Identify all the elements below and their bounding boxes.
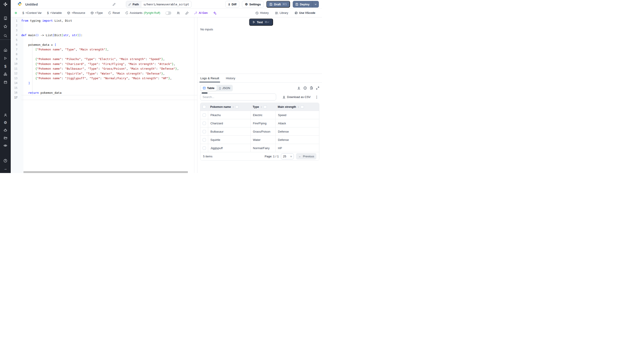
workers-robot-icon[interactable]	[3, 128, 8, 133]
table-row[interactable]: BulbasaurGrass/PoisonDefense	[200, 127, 319, 136]
ai-sparkles-icon[interactable]	[213, 11, 216, 15]
line-content[interactable]: pokemon_data = [	[21, 42, 197, 47]
line-content[interactable]: {"Pokemon name": "Pikachu", "Type": "Ele…	[21, 57, 197, 62]
line-content[interactable]: {"Pokemon name": "Bulbasaur", "Type": "G…	[21, 66, 197, 71]
help-icon[interactable]	[3, 159, 8, 163]
view-json-chip[interactable]: {} JSON	[217, 85, 232, 91]
diff-button[interactable]: ± Diff	[226, 1, 239, 7]
code-line[interactable]: 11 {"Pokemon name": "Bulbasaur", "Type":…	[11, 66, 197, 71]
code-line[interactable]: 2	[11, 23, 197, 28]
tab-logs-result[interactable]: Logs & Result	[200, 74, 219, 82]
code-line[interactable]: 6 pokemon_data = [	[11, 42, 197, 47]
code-line[interactable]: 16 return pokemon_data	[11, 90, 197, 95]
more-options-kebab-icon[interactable]: ⋮	[315, 95, 318, 99]
line-content[interactable]: {"Pokemon name": "Charizard", "Type": "F…	[21, 62, 197, 66]
tab-history[interactable]: History	[226, 74, 235, 82]
favorites-star-icon[interactable]	[3, 24, 8, 29]
split-drag-handle[interactable]	[202, 92, 208, 94]
line-content[interactable]	[21, 37, 197, 42]
multiplayer-users-icon[interactable]	[177, 11, 180, 15]
column-toggle[interactable]	[235, 105, 238, 109]
line-content[interactable]: return pokemon_data	[21, 90, 197, 95]
workspace-icon[interactable]	[3, 16, 8, 20]
code-line[interactable]: 13 {"Pokemon name": "Jigglypuff", "Type"…	[11, 76, 197, 81]
download-csv-button[interactable]: Download as CSV	[282, 95, 311, 99]
code-line[interactable]: 12 {"Pokemon name": "Squirtle", "Type": …	[11, 71, 197, 76]
line-content[interactable]: ]	[21, 81, 197, 86]
row-checkbox[interactable]	[202, 113, 206, 117]
draft-button[interactable]: Draft ⌘S	[266, 1, 290, 7]
line-content[interactable]: {"Pokemon name": "Squirtle", "Type": "Wa…	[21, 71, 197, 76]
library-button[interactable]: Library	[275, 11, 288, 15]
deploy-dropdown-caret[interactable]	[312, 1, 319, 7]
runs-play-icon[interactable]	[3, 56, 8, 60]
path-value[interactable]: u/henri/maneuverable_script	[141, 3, 191, 6]
multiplayer-toggle[interactable]	[166, 11, 171, 15]
settings-button[interactable]: ⚙ Settings	[242, 1, 264, 7]
code-line[interactable]: 14 ]	[11, 81, 197, 86]
line-content[interactable]	[21, 52, 197, 57]
table-row[interactable]: SquirtleWaterDefense	[200, 136, 319, 144]
resources-cubes-icon[interactable]	[3, 72, 8, 77]
collapse-arrow-icon[interactable]: →	[3, 167, 8, 171]
deploy-button[interactable]: Deploy	[293, 1, 312, 7]
code-line[interactable]: 3	[11, 28, 197, 33]
line-content[interactable]: {"Pokemon name": "Jigglypuff", "Type": "…	[21, 76, 197, 81]
schedules-calendar-icon[interactable]	[3, 80, 8, 84]
sort-icon[interactable]: ↕	[260, 105, 262, 109]
add-variable-button[interactable]: $ +Variable	[47, 11, 62, 15]
windmill-logo-icon[interactable]	[3, 2, 8, 7]
column-toggle[interactable]	[264, 105, 267, 109]
line-content[interactable]	[21, 95, 197, 100]
download-result-icon[interactable]	[297, 86, 300, 90]
code-line[interactable]: 17	[11, 95, 197, 100]
code-line[interactable]: 8	[11, 52, 197, 57]
row-checkbox[interactable]	[202, 122, 206, 125]
row-checkbox[interactable]	[202, 147, 206, 150]
code-line[interactable]: 1from typing import List, Dict	[11, 18, 197, 23]
code-line[interactable]: 7 ["Pokemon name", "Type", "Main strengt…	[11, 47, 197, 52]
path-field[interactable]: Path u/henri/maneuverable_script	[126, 1, 192, 7]
test-run-button[interactable]: Test ⌘↵	[249, 18, 273, 26]
assistants-button[interactable]: Assistants (Pyright Ruff)	[125, 11, 160, 14]
search-icon[interactable]	[3, 33, 8, 38]
page-size-select[interactable]: 25 ∨	[281, 153, 294, 159]
row-checkbox[interactable]	[202, 138, 206, 142]
line-content[interactable]	[21, 23, 197, 28]
code-line[interactable]: 10 {"Pokemon name": "Charizard", "Type":…	[11, 62, 197, 66]
previous-page-button[interactable]: ← Previous	[296, 153, 316, 159]
ai-gen-button[interactable]: AI Gen	[194, 11, 208, 14]
code-line[interactable]: 5	[11, 37, 197, 42]
result-search-input[interactable]	[200, 94, 276, 100]
code-line[interactable]: 15	[11, 85, 197, 90]
table-row[interactable]: PikachuElectricSpeed	[200, 111, 319, 119]
line-content[interactable]: ["Pokemon name", "Type", "Main strength"…	[21, 47, 197, 52]
audit-eye-icon[interactable]	[3, 143, 8, 148]
select-all-checkbox[interactable]	[202, 105, 206, 109]
sort-icon[interactable]: ↕	[232, 105, 234, 109]
edit-summary-pencil-icon[interactable]	[112, 3, 116, 6]
add-type-button[interactable]: +Type	[90, 11, 103, 14]
table-row[interactable]: CharizardFire/FlyingAttack	[200, 119, 319, 127]
row-checkbox[interactable]	[202, 130, 206, 133]
expand-fullscreen-icon[interactable]	[316, 86, 319, 90]
folders-icon[interactable]	[3, 136, 8, 140]
history-button[interactable]: History	[255, 11, 269, 15]
user-icon[interactable]	[3, 113, 8, 117]
line-content[interactable]: from typing import List, Dict	[21, 18, 197, 23]
variables-dollar-icon[interactable]: $	[3, 64, 8, 69]
reset-button[interactable]: Reset	[108, 11, 120, 14]
sort-icon[interactable]: ↕	[298, 105, 299, 109]
format-brush-icon[interactable]	[185, 11, 189, 15]
line-content[interactable]: def main() -> List[Dict[str, str]]:	[21, 33, 197, 38]
line-content[interactable]	[21, 28, 197, 33]
line-content[interactable]	[21, 85, 197, 90]
view-table-chip[interactable]: Table	[200, 85, 217, 91]
add-context-var-button[interactable]: $ +Context Var	[22, 11, 42, 15]
add-resource-button[interactable]: +Resource	[67, 11, 85, 14]
settings-gear-icon[interactable]: ⚙	[3, 120, 8, 125]
code-line[interactable]: 9 {"Pokemon name": "Pikachu", "Type": "E…	[11, 57, 197, 62]
table-row[interactable]: JigglypuffNormal/FairyHP	[200, 144, 319, 152]
code-editor[interactable]: 1from typing import List, Dict234def mai…	[11, 17, 197, 173]
info-icon[interactable]	[304, 86, 307, 90]
